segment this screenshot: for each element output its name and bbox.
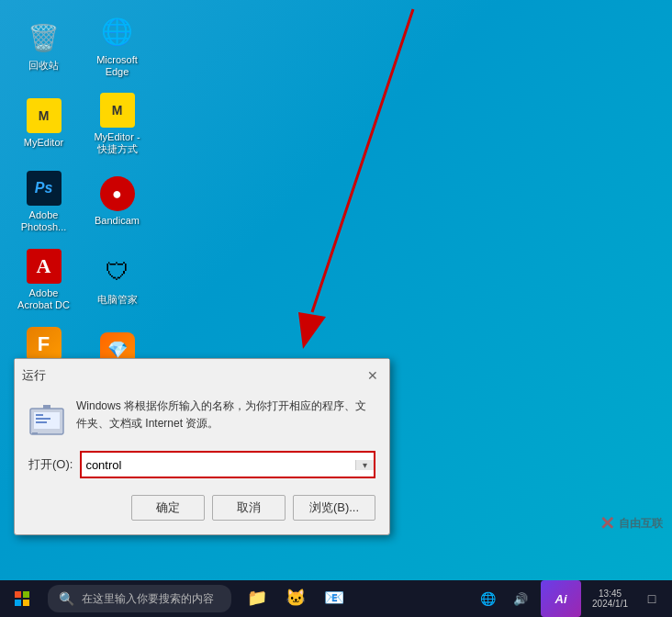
action-center-icon[interactable]: □ xyxy=(637,580,666,617)
watermark: ✕ 自由互联 xyxy=(599,512,663,534)
dialog-titlebar: 运行 ✕ xyxy=(15,359,389,388)
watermark-text: 自由互联 xyxy=(619,516,663,532)
date-display: 2024/1/1 xyxy=(592,599,628,609)
desktop-icon-acrobat[interactable]: A Adobe Acrobat DC xyxy=(9,243,78,317)
ai-label: Ai xyxy=(555,592,567,606)
network-icon[interactable]: 🌐 xyxy=(473,580,502,617)
dialog-description: Windows 将根据你所输入的名称，为你打开相应的程序、文件夹、文档或 Int… xyxy=(76,398,375,432)
dialog-close-button[interactable]: ✕ xyxy=(364,366,382,385)
red-arrow xyxy=(184,0,459,386)
svg-marker-1 xyxy=(298,312,326,349)
desktop-icon-myeditor2[interactable]: M MyEditor - 快捷方式 xyxy=(83,87,151,161)
dialog-input-wrapper: ▾ xyxy=(80,451,375,478)
taskbar-search[interactable]: 🔍 在这里输入你要搜索的内容 xyxy=(48,585,231,612)
svg-rect-4 xyxy=(36,414,43,416)
desktop-icon-diannaoguan[interactable]: 🛡 电脑管家 xyxy=(83,243,151,317)
taskbar-app-mail[interactable]: 📧 xyxy=(316,580,353,617)
edge-icon: 🌐 xyxy=(99,14,136,50)
desktop-icon-photoshop[interactable]: Ps Adobe Photosh... xyxy=(9,165,78,239)
flashfxp-icon: F xyxy=(27,327,62,362)
dialog-input-row: 打开(O): ▾ xyxy=(15,447,389,489)
photoshop-icon: Ps xyxy=(27,171,62,206)
dialog-cancel-button[interactable]: 取消 xyxy=(212,495,286,521)
dialog-title: 运行 xyxy=(22,367,46,384)
diannaoguan-icon: 🛡 xyxy=(99,253,136,290)
desktop-icon-edge[interactable]: 🌐 Microsoft Edge xyxy=(83,9,151,83)
taskbar-search-placeholder: 在这里输入你要搜索的内容 xyxy=(82,591,214,607)
bandicam-icon: ● xyxy=(100,176,135,211)
dialog-body: Windows 将根据你所输入的名称，为你打开相应的程序、文件夹、文档或 Int… xyxy=(15,388,389,447)
svg-rect-7 xyxy=(43,405,50,409)
start-button[interactable] xyxy=(0,580,44,617)
desktop: 🗑️ 回收站 M MyEditor Ps Adobe Photosh... A … xyxy=(0,0,672,580)
dialog-open-input[interactable] xyxy=(82,453,355,477)
search-icon: 🔍 xyxy=(59,591,74,606)
taskbar-apps: 📁 🐱 📧 xyxy=(239,580,353,617)
ai-button[interactable]: Ai xyxy=(541,580,581,617)
recycle-icon: 🗑️ xyxy=(26,19,62,56)
dialog-buttons: 确定 取消 浏览(B)... xyxy=(15,489,389,534)
svg-line-0 xyxy=(312,9,413,312)
dialog-browse-button[interactable]: 浏览(B)... xyxy=(293,495,375,521)
desktop-icon-recycle[interactable]: 🗑️ 回收站 xyxy=(9,9,78,83)
run-dialog-icon xyxy=(28,401,65,438)
acrobat-icon: A xyxy=(27,249,62,284)
taskbar-system-tray: 🌐 🔊 Ai 13:45 2024/1/1 □ xyxy=(473,580,672,617)
desktop-icon-bandicam[interactable]: ● Bandicam xyxy=(83,165,151,239)
dialog-input-label: 打开(O): xyxy=(28,456,73,473)
svg-rect-5 xyxy=(36,418,50,420)
taskbar: 🔍 在这里输入你要搜索的内容 📁 🐱 📧 🌐 🔊 Ai 13:45 2024/1… xyxy=(0,580,672,617)
photoshop-label: Adobe Photosh... xyxy=(21,209,67,233)
svg-rect-8 xyxy=(32,432,38,434)
acrobat-label: Adobe Acrobat DC xyxy=(17,287,70,311)
edge-label: Microsoft Edge xyxy=(96,54,138,78)
run-dialog: 运行 ✕ Windows 将根据你所输入的名称，为你打开相应的程序、文件夹、文档… xyxy=(14,358,390,535)
taskbar-app-browser[interactable]: 🐱 xyxy=(277,580,314,617)
taskbar-app-explorer[interactable]: 📁 xyxy=(239,580,275,617)
myeditor2-icon: M xyxy=(100,93,135,128)
desktop-icon-myeditor[interactable]: M MyEditor xyxy=(9,87,78,161)
bandicam-label: Bandicam xyxy=(95,215,140,227)
dialog-ok-button[interactable]: 确定 xyxy=(131,495,205,521)
windows-logo-icon xyxy=(15,591,29,606)
taskbar-clock[interactable]: 13:45 2024/1/1 xyxy=(587,580,633,617)
diannaoguan-label: 电脑管家 xyxy=(97,294,138,306)
recycle-label: 回收站 xyxy=(28,60,59,72)
svg-rect-6 xyxy=(36,421,47,423)
watermark-x-icon: ✕ xyxy=(599,512,615,534)
dialog-dropdown-arrow[interactable]: ▾ xyxy=(355,460,374,470)
volume-icon[interactable]: 🔊 xyxy=(506,580,535,617)
time-display: 13:45 xyxy=(599,589,622,599)
myeditor2-label: MyEditor - 快捷方式 xyxy=(94,131,140,155)
myeditor-icon: M xyxy=(27,98,62,133)
myeditor-label: MyEditor xyxy=(24,137,63,149)
